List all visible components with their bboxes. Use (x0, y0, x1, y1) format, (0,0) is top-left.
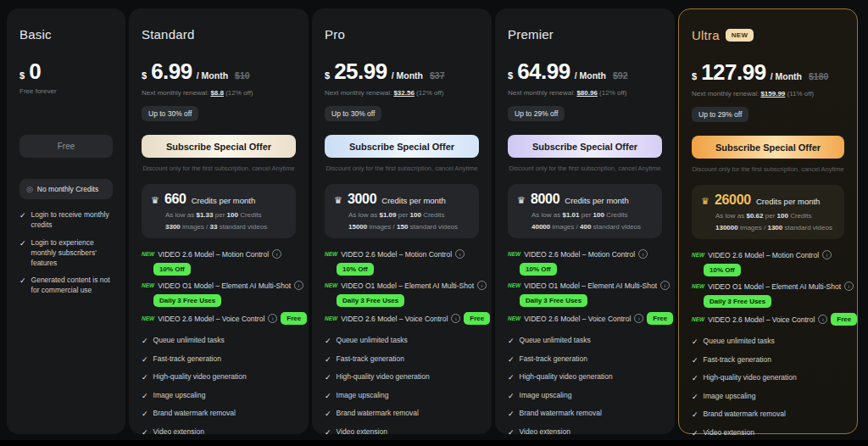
new-tag: NEW (508, 315, 520, 321)
info-icon[interactable]: i (268, 314, 277, 323)
plan-card-basic: Basic $ 0 Free forever Free ◎ No monthly… (7, 8, 125, 434)
feature-check-label: High-quality video generation (337, 372, 430, 382)
credits-volume: 3300 images / 33 standard videos (151, 223, 287, 231)
price-period: / Month (392, 70, 423, 81)
credits-summary: ♛ 8000 Credits per month As low as $1.01… (508, 184, 662, 238)
feature-check-item: ✓Login to experience monthly subscribers… (19, 238, 113, 269)
feature-check-label: Brand watermark removal (337, 409, 419, 419)
model-name: VIDEO 2.6 Model – Voice Control (524, 315, 631, 323)
info-icon[interactable]: i (451, 314, 460, 323)
info-icon[interactable]: i (844, 282, 854, 291)
no-credits-pill: ◎ No monthly Credits (19, 179, 113, 199)
feature-check-item: ✓High-quality video generation (325, 372, 479, 383)
feature-check-label: Image upscaling (520, 391, 572, 401)
model-name: VIDEO 2.6 Model – Voice Control (341, 315, 448, 323)
feature-check-label: Video extension (520, 427, 570, 438)
credits-amount: 26000 (715, 192, 751, 208)
subscribe-button[interactable]: Subscribe Special Offer (325, 135, 479, 158)
feature-check-label: High-quality video generation (153, 372, 247, 382)
credits-summary: ♛ 26000 Credits per month As low as $0.6… (692, 185, 844, 239)
subscribe-button[interactable]: Subscribe Special Offer (142, 135, 296, 158)
feature-check-label: Brand watermark removal (520, 409, 602, 419)
old-price: $180 (809, 71, 828, 81)
currency-symbol: $ (19, 70, 25, 81)
model-badge: Free (464, 312, 490, 325)
free-plan-button[interactable]: Free (19, 135, 113, 158)
feature-check-item: ✓Fast-track generation (508, 354, 662, 365)
feature-check-item: ✓Queue unlimited tasks (142, 336, 296, 347)
currency-symbol: $ (508, 70, 513, 81)
feature-check-label: Brand watermark removal (153, 409, 236, 419)
subscribe-disclaimer: Discount only for the first subscription… (508, 164, 662, 172)
feature-check-item: ✓Image upscaling (325, 391, 479, 402)
model-badge: Daily 3 Free Uses (153, 294, 221, 307)
credits-unit: Credits per month (192, 196, 256, 205)
new-tag: NEW (325, 315, 337, 321)
feature-check-label: Brand watermark removal (704, 410, 786, 420)
model-badge: Free (831, 313, 857, 326)
subscribe-button[interactable]: Subscribe Special Offer (508, 135, 662, 158)
check-icon: ✓ (142, 391, 148, 402)
new-tag: NEW (142, 315, 154, 321)
feature-check-item: ✓Video extension (508, 427, 662, 438)
renewal-note: Next monthly renewal: $8.8 (12% off) (142, 89, 296, 97)
check-icon: ✓ (692, 337, 698, 348)
credits-amount: 660 (164, 192, 186, 207)
plan-card-ultra: Ultra NEW $ 127.99 / Month $180 Next mon… (678, 8, 858, 434)
price: $ 25.99 / Month $37 (325, 59, 479, 85)
new-badge: NEW (726, 29, 754, 42)
credits-unit: Credits per month (756, 197, 821, 206)
feature-check-label: Login to receive monthly credits (31, 210, 113, 231)
model-badge: Daily 3 Free Uses (337, 294, 404, 307)
model-name: VIDEO O1 Model – Element AI Multi-Shot (341, 282, 474, 290)
credits-volume: 40000 images / 400 standard videos (517, 223, 653, 231)
info-icon[interactable]: i (294, 281, 303, 290)
feature-check-item: ✓Brand watermark removal (325, 409, 479, 420)
info-icon[interactable]: i (660, 281, 670, 290)
info-icon[interactable]: i (634, 314, 643, 323)
subscribe-button[interactable]: Subscribe Special Offer (692, 136, 844, 159)
plan-title: Ultra (692, 28, 720, 42)
check-icon: ✓ (325, 354, 331, 365)
feature-check-item: ✓Image upscaling (142, 391, 296, 402)
info-icon[interactable]: i (822, 250, 832, 259)
model-feature-row: NEWVIDEO 2.6 Model – Voice ControliFree (508, 312, 662, 325)
feature-check-label: Queue unlimited tasks (520, 336, 591, 346)
model-name: VIDEO 2.6 Model – Voice Control (158, 315, 264, 323)
feature-check-label: Fast-track generation (520, 354, 587, 365)
model-badge: Daily 3 Free Uses (520, 294, 587, 307)
check-icon: ✓ (142, 354, 148, 365)
plan-title: Pro (325, 27, 345, 42)
feature-check-label: High-quality video generation (520, 372, 613, 382)
new-tag: NEW (508, 282, 520, 288)
model-name: VIDEO O1 Model – Element AI Multi-Shot (524, 282, 657, 290)
subscribe-disclaimer: Discount only for the first subscription… (325, 164, 479, 172)
feature-check-label: Queue unlimited tasks (337, 336, 408, 346)
info-icon[interactable]: i (477, 281, 487, 290)
info-icon[interactable]: i (455, 249, 465, 259)
model-badge: 10% Off (337, 263, 374, 276)
model-feature-row: NEWVIDEO O1 Model – Element AI Multi-Sho… (325, 281, 479, 307)
check-icon: ✓ (142, 336, 148, 347)
feature-check-item: ✓Generated content is not for commercial… (19, 276, 113, 296)
credits-amount: 8000 (531, 192, 559, 207)
credits-summary: ♛ 660 Credits per month As low as $1.33 … (142, 184, 296, 238)
price-period: / Month (771, 71, 802, 81)
discount-chip: Up to 29% off (692, 107, 748, 122)
info-icon[interactable]: i (818, 315, 827, 324)
plan-card-premier: Premier $ 64.99 / Month $92 Next monthly… (495, 8, 675, 434)
feature-check-list: ✓Queue unlimited tasks✓Fast-track genera… (692, 337, 844, 446)
feature-check-label: Login to experience monthly subscribers'… (31, 238, 113, 269)
info-icon[interactable]: i (272, 249, 281, 259)
feature-check-item: ✓Brand watermark removal (142, 409, 296, 420)
feature-check-label: High-quality video generation (704, 373, 797, 383)
model-name: VIDEO 2.6 Model – Motion Control (158, 250, 269, 259)
check-icon: ✓ (692, 392, 698, 403)
check-icon: ✓ (325, 391, 331, 402)
feature-check-item: ✓Fast-track generation (142, 354, 296, 365)
model-badge: 10% Off (520, 263, 557, 276)
credits-volume: 130000 images / 1300 standard videos (701, 224, 835, 231)
model-feature-row: NEWVIDEO O1 Model – Element AI Multi-Sho… (508, 281, 662, 307)
info-icon[interactable]: i (638, 249, 648, 259)
price: $ 127.99 / Month $180 (692, 59, 844, 86)
